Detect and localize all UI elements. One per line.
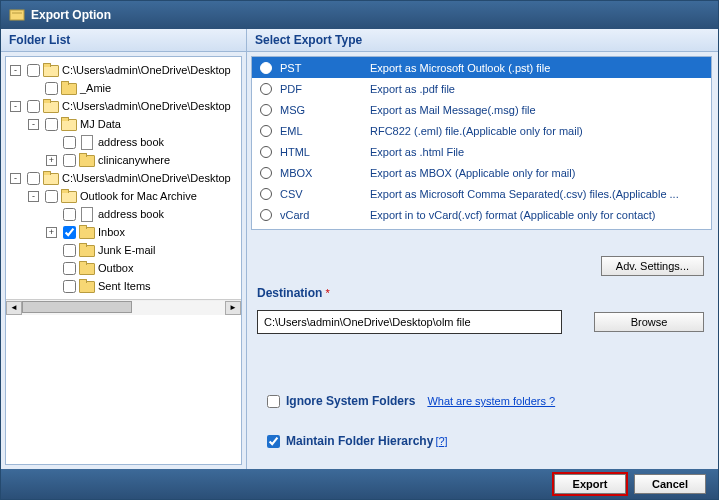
tree-row[interactable]: -C:\Users\admin\OneDrive\Desktop xyxy=(8,61,239,79)
tree-row[interactable]: -C:\Users\admin\OneDrive\Desktop xyxy=(8,169,239,187)
browse-button[interactable]: Browse xyxy=(594,312,704,332)
cancel-button[interactable]: Cancel xyxy=(634,474,706,494)
tree-hscrollbar[interactable]: ◄ ► xyxy=(6,299,241,315)
format-code: EML xyxy=(280,125,370,137)
export-format-row[interactable]: EMLRFC822 (.eml) file.(Applicable only f… xyxy=(252,120,711,141)
format-code: MBOX xyxy=(280,167,370,179)
format-code: CSV xyxy=(280,188,370,200)
format-radio[interactable] xyxy=(260,209,272,221)
tree-node-checkbox[interactable] xyxy=(45,118,58,131)
tree-node-label: MJ Data xyxy=(80,118,121,130)
format-code: vCard xyxy=(280,209,370,221)
collapse-icon[interactable]: - xyxy=(10,173,21,184)
scroll-track[interactable] xyxy=(22,301,225,315)
export-format-row[interactable]: CSVExport as Microsoft Comma Separated(.… xyxy=(252,183,711,204)
tree-row[interactable]: Outbox xyxy=(8,259,239,277)
format-radio[interactable] xyxy=(260,167,272,179)
folder-list-panel: Folder List -C:\Users\admin\OneDrive\Des… xyxy=(1,29,247,469)
export-type-header: Select Export Type xyxy=(247,29,718,52)
system-folders-help-link[interactable]: What are system folders ? xyxy=(427,395,555,407)
folder-icon xyxy=(79,261,95,275)
expander-spacer xyxy=(46,209,57,220)
maintain-hierarchy-checkbox[interactable] xyxy=(267,435,280,448)
expand-icon[interactable]: + xyxy=(46,155,57,166)
titlebar: Export Option xyxy=(1,1,718,29)
collapse-icon[interactable]: - xyxy=(10,65,21,76)
tree-row[interactable]: -MJ Data xyxy=(8,115,239,133)
window-title: Export Option xyxy=(31,8,111,22)
collapse-icon[interactable]: - xyxy=(28,119,39,130)
tree-node-checkbox[interactable] xyxy=(63,262,76,275)
folder-tree-container[interactable]: -C:\Users\admin\OneDrive\Desktop_Amie-C:… xyxy=(5,56,242,465)
ignore-system-folders-checkbox[interactable] xyxy=(267,395,280,408)
tree-node-label: Inbox xyxy=(98,226,125,238)
format-code: MSG xyxy=(280,104,370,116)
tree-node-label: Junk E-mail xyxy=(98,244,155,256)
tree-node-label: address book xyxy=(98,208,164,220)
export-format-row[interactable]: HTMLExport as .html File xyxy=(252,141,711,162)
tree-node-checkbox[interactable] xyxy=(63,226,76,239)
expander-spacer xyxy=(46,245,57,256)
tree-row[interactable]: address book xyxy=(8,133,239,151)
tree-node-checkbox[interactable] xyxy=(63,136,76,149)
format-description: Export as Microsoft Comma Separated(.csv… xyxy=(370,188,707,200)
required-asterisk-icon: * xyxy=(325,287,329,299)
tree-row[interactable]: Sent Items xyxy=(8,277,239,295)
scroll-thumb[interactable] xyxy=(22,301,132,313)
export-format-list[interactable]: PSTExport as Microsoft Outlook (.pst) fi… xyxy=(251,56,712,230)
expand-icon[interactable]: + xyxy=(46,227,57,238)
file-icon xyxy=(79,207,95,221)
format-description: Export as MBOX (Applicable only for mail… xyxy=(370,167,707,179)
tree-node-checkbox[interactable] xyxy=(27,64,40,77)
export-options-body: Adv. Settings... Destination * Browse Ig… xyxy=(247,230,718,469)
tree-row[interactable]: address book xyxy=(8,205,239,223)
export-option-dialog: Export Option Folder List -C:\Users\admi… xyxy=(0,0,719,500)
tree-row[interactable]: Junk E-mail xyxy=(8,241,239,259)
adv-settings-button[interactable]: Adv. Settings... xyxy=(601,256,704,276)
format-radio[interactable] xyxy=(260,188,272,200)
tree-node-label: Outbox xyxy=(98,262,133,274)
export-button[interactable]: Export xyxy=(554,474,626,494)
format-code: PST xyxy=(280,62,370,74)
tree-node-checkbox[interactable] xyxy=(45,190,58,203)
format-description: Export in to vCard(.vcf) format (Applica… xyxy=(370,209,707,221)
destination-input[interactable] xyxy=(257,310,562,334)
tree-row[interactable]: _Amie xyxy=(8,79,239,97)
format-radio[interactable] xyxy=(260,83,272,95)
tree-node-label: Sent Items xyxy=(98,280,151,292)
tree-node-checkbox[interactable] xyxy=(63,154,76,167)
export-format-row[interactable]: PSTExport as Microsoft Outlook (.pst) fi… xyxy=(252,57,711,78)
format-radio[interactable] xyxy=(260,62,272,74)
format-radio[interactable] xyxy=(260,146,272,158)
tree-node-label: C:\Users\admin\OneDrive\Desktop xyxy=(62,64,231,76)
tree-row[interactable]: -Outlook for Mac Archive xyxy=(8,187,239,205)
tree-node-label: C:\Users\admin\OneDrive\Desktop xyxy=(62,172,231,184)
svg-rect-0 xyxy=(10,10,24,20)
tree-node-checkbox[interactable] xyxy=(63,244,76,257)
export-format-row[interactable]: vCardExport in to vCard(.vcf) format (Ap… xyxy=(252,204,711,225)
maintain-hierarchy-help-link[interactable]: [?] xyxy=(435,435,447,447)
tree-node-checkbox[interactable] xyxy=(63,280,76,293)
tree-node-checkbox[interactable] xyxy=(45,82,58,95)
format-description: Export as .pdf file xyxy=(370,83,707,95)
tree-node-checkbox[interactable] xyxy=(63,208,76,221)
export-format-row[interactable]: MSGExport as Mail Message(.msg) file xyxy=(252,99,711,120)
scroll-left-arrow-icon[interactable]: ◄ xyxy=(6,301,22,315)
format-radio[interactable] xyxy=(260,125,272,137)
tree-node-checkbox[interactable] xyxy=(27,172,40,185)
tree-row[interactable]: -C:\Users\admin\OneDrive\Desktop xyxy=(8,97,239,115)
export-format-row[interactable]: PDFExport as .pdf file xyxy=(252,78,711,99)
folder-open-icon xyxy=(61,117,77,131)
collapse-icon[interactable]: - xyxy=(10,101,21,112)
export-format-row[interactable]: MBOXExport as MBOX (Applicable only for … xyxy=(252,162,711,183)
collapse-icon[interactable]: - xyxy=(28,191,39,202)
tree-row[interactable]: +clinicanywhere xyxy=(8,151,239,169)
format-description: Export as Mail Message(.msg) file xyxy=(370,104,707,116)
folder-icon xyxy=(79,225,95,239)
tree-row[interactable]: +Inbox xyxy=(8,223,239,241)
scroll-right-arrow-icon[interactable]: ► xyxy=(225,301,241,315)
tree-node-checkbox[interactable] xyxy=(27,100,40,113)
folder-list-header: Folder List xyxy=(1,29,246,52)
format-radio[interactable] xyxy=(260,104,272,116)
folder-icon xyxy=(79,279,95,293)
